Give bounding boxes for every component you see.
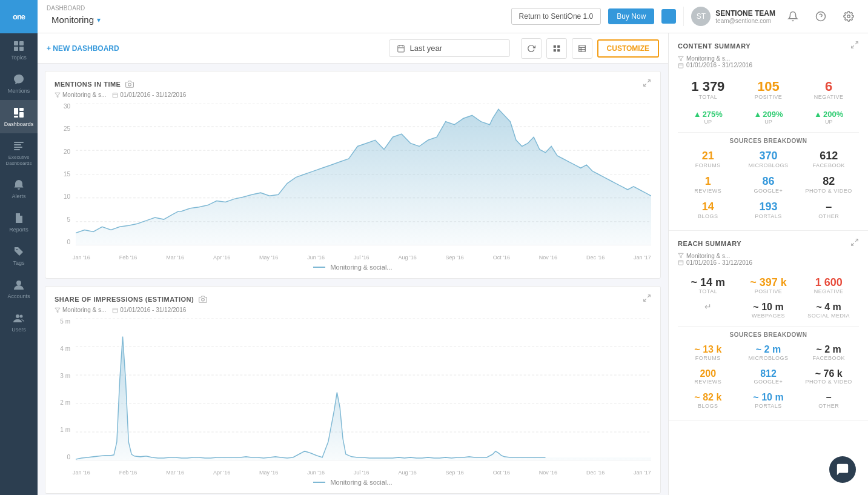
impressions-chart-meta: Monitoring & s... 01/01/2016 - 31/12/201…: [55, 307, 651, 313]
user-text: SENTIONE TEAM team@sentione.com: [715, 9, 775, 24]
sidebar-item-dashboards-label: Dashboards: [4, 121, 34, 127]
negative-stat: 6 NEGATIVE: [798, 76, 859, 104]
mentions-chart-panel: MENTIONS IN TIME Monitoring & s... 01/01…: [45, 71, 661, 279]
impressions-chart-legend: Monitoring & social...: [55, 479, 651, 486]
reach-total-label: TOTAL: [680, 288, 736, 294]
mentions-chart-title: MENTIONS IN TIME: [55, 81, 121, 88]
reach-portals-value: ~ 10 m: [741, 392, 797, 403]
sidebar: one Topics Mentions Dashboards Executive…: [0, 0, 38, 495]
content-summary-expand[interactable]: [850, 41, 859, 51]
reach-reviews-stat: 200 REVIEWS: [678, 365, 738, 389]
content-summary-meta: Monitoring & s... 01/01/2016 - 31/12/201…: [678, 55, 859, 68]
sources-row-2: 1 REVIEWS 86 GOOGLE+ 82 PHOTO & VIDEO: [678, 172, 859, 198]
svg-rect-27: [557, 49, 560, 51]
photovideo-value: 82: [801, 176, 856, 188]
settings-button[interactable]: [838, 6, 859, 27]
buy-now-button[interactable]: Buy Now: [608, 8, 654, 24]
mentions-x-axis: Jan '16Feb '16Mar '16Apr '16May '16Jun '…: [73, 254, 651, 261]
forums-value: 21: [680, 150, 736, 162]
reach-reviews-label: REVIEWS: [680, 379, 736, 385]
reach-microblogs-stat: ~ 2 m MICROBLOGS: [738, 341, 799, 365]
total-change-stat: ▲ 275% UP: [678, 106, 738, 128]
reach-forums-value: ~ 13 k: [680, 344, 736, 355]
reach-sources-breakdown-label: SOURCES BREAKDOWN: [678, 326, 859, 341]
user-info: ST SENTIONE TEAM team@sentione.com: [683, 7, 775, 26]
total-label: TOTAL: [680, 94, 736, 100]
reviews-stat: 1 REVIEWS: [678, 172, 738, 198]
svg-line-58: [852, 45, 854, 48]
reach-sources-row-2: 200 REVIEWS 812 GOOGLE+ ~ 76 k PHOTO & V…: [678, 365, 859, 389]
impressions-chart-header: SHARE OF IMPRESSIONS (ESTIMATION): [55, 294, 651, 304]
table-view-button[interactable]: [572, 38, 592, 59]
chart-expand-button[interactable]: [643, 79, 651, 89]
mentions-icon: [12, 73, 25, 86]
svg-rect-9: [14, 144, 21, 145]
negative-change-value: ▲ 200%: [801, 110, 856, 119]
svg-line-62: [855, 239, 858, 241]
legend-line-icon-2: [313, 482, 325, 483]
mentions-chart-svg: [76, 103, 651, 245]
reach-googleplus-stat: 812 GOOGLE+: [738, 365, 799, 389]
up-arrow-icon-3: ▲: [814, 110, 822, 119]
sidebar-item-reports[interactable]: Reports: [0, 205, 38, 239]
mentions-chart-legend: Monitoring & social...: [55, 264, 651, 271]
microblogs-value: 370: [741, 150, 797, 162]
logo: one: [0, 0, 38, 33]
date-picker[interactable]: Last year: [389, 39, 510, 57]
blogs-label: BLOGS: [680, 213, 736, 219]
reach-main-stats: ~ 14 m TOTAL ~ 397 k POSITIVE 1 600 NEGA…: [678, 273, 859, 299]
reach-blogs-value: ~ 82 k: [680, 392, 736, 403]
reach-microblogs-label: MICROBLOGS: [741, 355, 797, 361]
reviews-value: 1: [680, 176, 736, 188]
svg-rect-3: [19, 47, 24, 51]
mentions-legend-label: Monitoring & social...: [330, 264, 392, 271]
blogs-stat: 14 BLOGS: [678, 198, 738, 223]
reach-summary-panel: REACH SUMMARY Monitoring & s... 01/01/20…: [669, 231, 868, 420]
photovideo-label: PHOTO & VIDEO: [801, 188, 856, 194]
svg-rect-26: [553, 49, 555, 51]
sidebar-item-topics[interactable]: Topics: [0, 33, 38, 67]
dashboard-name: Monitoring: [51, 15, 94, 25]
new-dashboard-button[interactable]: + NEW DASHBOARD: [47, 44, 119, 53]
dashboard-main: + NEW DASHBOARD Last year: [38, 33, 668, 495]
chat-button[interactable]: [829, 456, 856, 483]
sidebar-item-executive-dashboards[interactable]: Executive Dashboards: [0, 133, 38, 172]
content-summary-panel: CONTENT SUMMARY Monitoring & s... 01/01/…: [669, 33, 868, 231]
content-summary-title: CONTENT SUMMARY: [678, 42, 750, 50]
facebook-stat: 612 FACEBOOK: [798, 147, 859, 172]
positive-value: 105: [741, 79, 797, 94]
content-summary-header: CONTENT SUMMARY: [678, 41, 859, 51]
customize-button[interactable]: CUSTOMIZE: [597, 39, 659, 58]
up-arrow-icon-2: ▲: [754, 110, 761, 119]
reach-summary-expand[interactable]: [850, 238, 859, 249]
sentione-logo-icon: [661, 9, 676, 24]
svg-marker-64: [678, 253, 683, 258]
svg-rect-8: [14, 142, 24, 143]
help-button[interactable]: [810, 6, 831, 27]
notifications-button[interactable]: [783, 6, 803, 27]
svg-point-32: [128, 83, 131, 86]
sidebar-item-alerts[interactable]: Alerts: [0, 172, 38, 205]
sidebar-item-tags-label: Tags: [13, 260, 24, 266]
svg-point-19: [847, 15, 850, 18]
refresh-button[interactable]: [521, 38, 542, 59]
sidebar-item-users[interactable]: Users: [0, 305, 38, 339]
sources-breakdown-label: SOURCES BREAKDOWN: [678, 132, 859, 147]
sidebar-item-mentions[interactable]: Mentions: [0, 67, 38, 100]
sidebar-item-accounts[interactable]: Accounts: [0, 272, 38, 305]
impressions-legend-label: Monitoring & social...: [330, 479, 392, 486]
topics-icon: [12, 39, 25, 53]
return-button[interactable]: Return to SentiOne 1.0: [511, 8, 601, 25]
impressions-x-axis: Jan '16Feb '16Mar '16Apr '16May '16Jun '…: [73, 470, 651, 476]
reach-blogs-stat: ~ 82 k BLOGS: [678, 388, 738, 413]
svg-rect-36: [113, 93, 118, 98]
reach-photovideo-stat: ~ 76 k PHOTO & VIDEO: [798, 365, 859, 389]
sidebar-item-tags[interactable]: Tags: [0, 239, 38, 272]
other-stat: – OTHER: [798, 198, 859, 223]
sidebar-item-dashboards[interactable]: Dashboards: [0, 100, 38, 133]
svg-point-45: [202, 298, 205, 301]
impressions-chart-expand[interactable]: [643, 294, 651, 304]
grid-view-button[interactable]: [546, 38, 567, 59]
reach-negative-value: 1 600: [801, 277, 856, 289]
dashboard-selector[interactable]: Monitoring ▾: [47, 12, 105, 28]
